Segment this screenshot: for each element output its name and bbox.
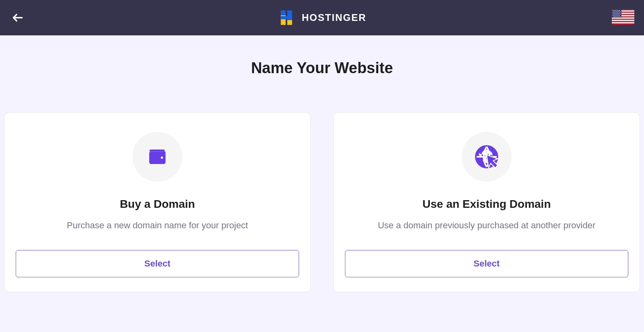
svg-point-31 bbox=[620, 16, 621, 17]
header: HOSTINGER bbox=[0, 0, 644, 35]
svg-point-25 bbox=[615, 15, 615, 16]
select-existing-domain-button[interactable]: Select bbox=[345, 250, 628, 277]
svg-point-12 bbox=[614, 11, 615, 12]
svg-point-8 bbox=[613, 10, 613, 11]
svg-point-18 bbox=[617, 12, 617, 13]
svg-rect-4 bbox=[612, 18, 634, 19]
svg-point-22 bbox=[618, 14, 619, 14]
svg-point-23 bbox=[620, 14, 621, 14]
card-title: Use an Existing Domain bbox=[423, 198, 551, 211]
logo: HOSTINGER bbox=[278, 9, 367, 27]
card-icon-circle bbox=[462, 132, 512, 182]
back-arrow-icon bbox=[11, 11, 24, 24]
svg-point-32 bbox=[161, 157, 163, 159]
svg-point-14 bbox=[618, 11, 619, 12]
svg-point-13 bbox=[616, 11, 617, 12]
brand-name: HOSTINGER bbox=[302, 12, 367, 23]
select-buy-domain-button[interactable]: Select bbox=[16, 250, 299, 277]
us-flag-icon bbox=[612, 9, 634, 25]
svg-point-29 bbox=[616, 16, 617, 17]
svg-point-24 bbox=[613, 15, 613, 16]
locale-selector[interactable] bbox=[612, 9, 634, 26]
svg-point-9 bbox=[615, 10, 615, 11]
card-description: Use a domain previously purchased at ano… bbox=[378, 220, 596, 231]
card-title: Buy a Domain bbox=[120, 198, 195, 211]
svg-point-21 bbox=[616, 14, 617, 14]
svg-point-20 bbox=[614, 14, 615, 14]
wallet-icon bbox=[147, 146, 168, 168]
page-title: Name Your Website bbox=[3, 59, 641, 77]
svg-rect-6 bbox=[612, 22, 634, 23]
globe-cursor-icon bbox=[475, 145, 499, 169]
svg-point-11 bbox=[619, 10, 619, 11]
svg-point-16 bbox=[613, 12, 613, 13]
card-description: Purchase a new domain name for your proj… bbox=[67, 220, 248, 231]
svg-point-17 bbox=[615, 12, 615, 13]
svg-point-27 bbox=[619, 15, 619, 16]
main-content: Name Your Website Buy a Domain Purchase … bbox=[0, 35, 644, 292]
svg-point-10 bbox=[617, 10, 617, 11]
hostinger-logo-icon bbox=[278, 9, 295, 27]
svg-point-30 bbox=[618, 16, 619, 17]
back-button[interactable] bbox=[10, 10, 26, 26]
svg-point-19 bbox=[619, 12, 619, 13]
svg-point-26 bbox=[617, 15, 617, 16]
existing-domain-card: Use an Existing Domain Use a domain prev… bbox=[333, 112, 640, 292]
svg-point-15 bbox=[620, 11, 621, 12]
svg-rect-5 bbox=[612, 20, 634, 21]
card-icon-circle bbox=[132, 132, 182, 182]
svg-point-28 bbox=[614, 16, 615, 17]
buy-domain-card: Buy a Domain Purchase a new domain name … bbox=[4, 112, 311, 292]
cards-container: Buy a Domain Purchase a new domain name … bbox=[3, 112, 641, 292]
